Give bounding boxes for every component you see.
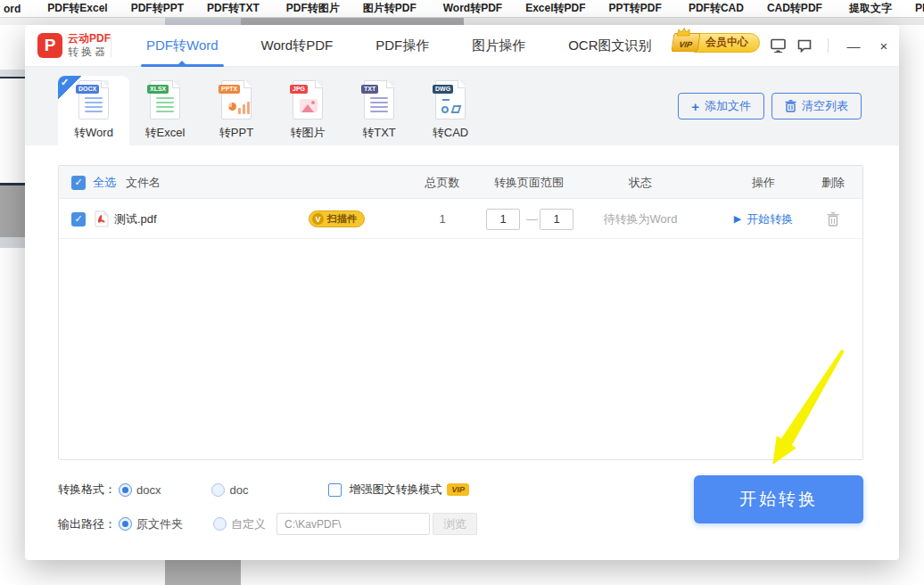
row-convert-button[interactable]: ▶ 开始转换 (734, 199, 793, 239)
clear-list-button[interactable]: 清空列表 (771, 93, 862, 119)
file-ext-badge: DOCX (76, 85, 99, 94)
file-ext-badge: TXT (361, 85, 378, 94)
format-tab-image[interactable]: JPG 转图片 (272, 76, 343, 145)
page-fold-icon (243, 80, 252, 88)
vip-feature-badge: VIP (447, 483, 469, 496)
feedback-chat-icon[interactable] (796, 37, 813, 54)
top-tab-pdf-to-excel[interactable]: PDF转Excel (36, 1, 119, 16)
row-checkbox[interactable]: ✓ (71, 199, 86, 239)
add-files-button[interactable]: + 添加文件 (678, 93, 764, 119)
header-divider (111, 35, 111, 57)
radio-custom-folder-label[interactable]: 自定义 (231, 516, 266, 532)
nav-tab-label: PDF转Word (146, 37, 219, 53)
image-doc-icon: JPG (293, 80, 323, 119)
convert-format-row: 转换格式： docx doc 增强图文转换模式 VIP (58, 482, 469, 498)
trash-icon (785, 100, 796, 112)
header-separator (828, 38, 829, 53)
file-list: ✓ 全选 文件名 总页数 转换页面范围 状态 操作 删除 ✓ 测试.pdf V (58, 165, 863, 460)
excel-doc-icon: XLSX (150, 80, 180, 119)
format-tab-ppt[interactable]: PPTX 转PPT (201, 76, 272, 145)
top-tab-extract-text[interactable]: 提取文字 (837, 1, 903, 16)
nav-tab-label: 图片操作 (472, 37, 525, 53)
page-fold-icon (315, 80, 323, 88)
top-tab-pdf-to-ppt[interactable]: PDF转PPT (120, 1, 195, 16)
nav-tab-pdf-ops[interactable]: PDF操作 (354, 25, 450, 67)
top-tab-cad-to-pdf[interactable]: CAD转PDF (755, 1, 834, 16)
format-tab-label: 转Word (58, 125, 129, 141)
file-ext-badge: DWG (433, 85, 453, 94)
radio-custom-folder[interactable] (213, 517, 227, 531)
radio-doc-label[interactable]: doc (229, 483, 248, 497)
format-tab-txt[interactable]: TXT 转TXT (343, 76, 415, 145)
doc-lines-icon (85, 97, 103, 115)
screen-share-icon[interactable] (769, 37, 787, 54)
vip-text: VIP (679, 40, 693, 49)
output-path-input[interactable] (276, 513, 430, 535)
range-start-input[interactable] (486, 199, 520, 239)
minimize-button[interactable]: — (843, 37, 864, 54)
file-list-header: ✓ 全选 文件名 总页数 转换页面范围 状态 操作 删除 (59, 166, 862, 199)
top-tab-pdf-to-image[interactable]: PDF转图片 (275, 1, 351, 16)
range-end-input[interactable] (540, 199, 573, 239)
nav-tab-image-ops[interactable]: 图片操作 (450, 25, 547, 67)
row-delete-button[interactable] (827, 199, 839, 239)
select-all-checkbox[interactable]: ✓ (71, 175, 86, 190)
column-header-pages: 总页数 (425, 166, 460, 199)
top-tab-image-to-pdf[interactable]: 图片转PDF (351, 1, 428, 16)
top-tab-pdf-to-cad[interactable]: PDF转CAD (677, 1, 755, 16)
top-tab-pdf-to-word-partial[interactable]: ord (0, 3, 32, 15)
ppt-doc-icon: PPTX (221, 80, 252, 119)
top-tab-excel-to-pdf[interactable]: Excel转PDF (514, 1, 597, 16)
doc-lines-icon (370, 97, 388, 115)
format-tab-label: 转PPT (201, 125, 272, 141)
format-tab-cad[interactable]: DWG 转CAD (415, 76, 486, 145)
browse-button[interactable]: 浏览 (433, 513, 477, 535)
background-window-strip (0, 18, 165, 25)
nav-tab-pdf-to-word[interactable]: PDF转Word (125, 25, 240, 67)
top-tab-pdf-compress[interactable]: PDF压缩 (903, 1, 924, 16)
top-tab-pdf-to-txt[interactable]: PDF转TXT (195, 1, 271, 16)
background-window-edge (0, 185, 25, 237)
column-header-delete: 删除 (821, 166, 845, 199)
output-path-label: 输出路径： (58, 516, 119, 532)
scan-file-badge: V 扫描件 (309, 199, 365, 239)
enhance-mode-checkbox[interactable] (328, 483, 342, 497)
vip-label: 会员中心 (694, 33, 760, 53)
top-tab-word-to-pdf[interactable]: Word转PDF (432, 1, 514, 16)
radio-doc[interactable] (211, 483, 225, 497)
close-button[interactable]: × (873, 37, 895, 54)
radio-original-folder-label[interactable]: 原文件夹 (136, 516, 183, 532)
word-doc-icon: DOCX (78, 80, 109, 119)
list-action-buttons: + 添加文件 清空列表 (678, 93, 862, 119)
format-tab-excel[interactable]: XLSX 转Excel (129, 76, 201, 145)
start-convert-button[interactable]: 开始转换 (694, 475, 863, 523)
file-ext-badge: PPTX (219, 85, 240, 94)
select-all-label[interactable]: 全选 (93, 166, 116, 199)
picture-icon (300, 99, 318, 112)
nav-tab-label: Word转PDF (261, 37, 334, 53)
background-window-strip (165, 18, 241, 25)
clear-list-label: 清空列表 (802, 98, 848, 114)
nav-tab-ocr[interactable]: OCR图文识别 (547, 25, 672, 67)
format-tab-label: 转CAD (415, 125, 486, 141)
enhance-mode-label[interactable]: 增强图文转换模式 (349, 482, 441, 498)
format-tab-word[interactable]: ✓ DOCX 转Word (58, 76, 129, 145)
trash-icon (827, 212, 839, 227)
nav-tab-label: PDF操作 (375, 37, 429, 53)
vip-badge: VIP (672, 33, 701, 52)
radio-original-folder[interactable] (119, 517, 132, 531)
screen: ord PDF转Excel PDF转PPT PDF转TXT PDF转图片 图片转… (0, 0, 924, 585)
vip-member-center-button[interactable]: VIP 会员中心 (672, 31, 760, 54)
nav-tab-label: OCR图文识别 (568, 37, 651, 53)
nav-tab-word-to-pdf[interactable]: Word转PDF (240, 25, 355, 67)
radio-docx[interactable] (119, 483, 132, 497)
background-window-edge (0, 237, 25, 248)
app-name: 云动PDF (68, 32, 111, 45)
radio-docx-label[interactable]: docx (136, 483, 161, 497)
bar-chart-icon (238, 101, 250, 114)
background-window-edge (0, 70, 25, 78)
top-tab-ppt-to-pdf[interactable]: PPT转PDF (598, 1, 673, 16)
background-window-strip (464, 18, 924, 25)
file-name: 测试.pdf (114, 199, 157, 239)
output-path-row: 输出路径： 原文件夹 自定义 浏览 (58, 513, 477, 535)
